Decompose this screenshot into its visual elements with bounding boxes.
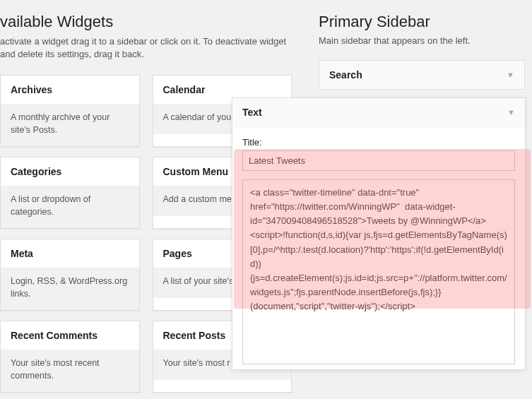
- widget-tile-desc: A list or dropdown of categories.: [1, 186, 139, 228]
- widget-tile-categories[interactable]: Categories A list or dropdown of categor…: [0, 157, 140, 229]
- widget-tile-title: Recent Comments: [1, 321, 139, 350]
- widget-tile-meta[interactable]: Meta Login, RSS, & WordPress.org links.: [0, 239, 140, 311]
- chevron-down-icon: ▼: [507, 71, 514, 79]
- content-textarea[interactable]: [242, 179, 515, 364]
- widget-tile-desc: Your site's most recent comments.: [1, 350, 139, 392]
- title-label: Title:: [242, 137, 515, 148]
- available-widgets-heading: vailable Widgets: [0, 13, 292, 31]
- primary-sidebar-subtext: Main sidebar that appears on the left.: [319, 35, 525, 46]
- sidebar-widget-text-open: Text ▼ Title:: [232, 97, 526, 370]
- primary-sidebar-heading: Primary Sidebar: [319, 13, 525, 31]
- widget-tile-title: Archives: [1, 76, 139, 105]
- widget-tile-archives[interactable]: Archives A monthly archive of your site'…: [0, 75, 140, 147]
- sidebar-widget-search[interactable]: Search ▼: [319, 60, 525, 90]
- widget-tile-desc: A monthly archive of your site's Posts.: [1, 105, 139, 146]
- text-widget-body: Title:: [232, 127, 525, 369]
- widget-tile-title: Meta: [1, 239, 139, 268]
- widget-tile-desc: Login, RSS, & WordPress.org links.: [1, 268, 139, 310]
- chevron-down-icon: ▼: [507, 108, 515, 117]
- title-input[interactable]: [242, 150, 515, 171]
- available-widgets-subtext: activate a widget drag it to a sidebar o…: [0, 35, 290, 61]
- widget-tile-recent-comments[interactable]: Recent Comments Your site's most recent …: [0, 321, 140, 393]
- text-widget-header[interactable]: Text ▼: [232, 98, 525, 127]
- widget-tile-title: Categories: [1, 157, 139, 186]
- text-widget-header-label: Text: [242, 107, 262, 118]
- sidebar-widget-label: Search: [329, 69, 362, 81]
